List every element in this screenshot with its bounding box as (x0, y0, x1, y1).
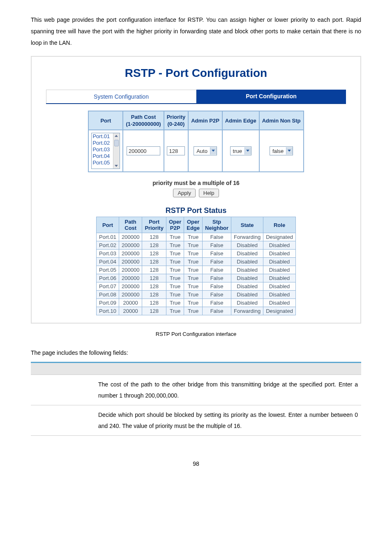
table-cell: Forwarding (231, 307, 263, 315)
status-header: OperEdge (184, 217, 203, 233)
table-cell: 128 (142, 299, 166, 307)
status-title: RSTP Port Status (42, 206, 350, 215)
table-cell: True (184, 241, 203, 250)
path-cost-input[interactable] (127, 146, 160, 155)
table-cell: Disabled (263, 274, 296, 282)
figure-caption: RSTP Port Configuration interface (31, 331, 361, 337)
admin-p2p-select[interactable]: Auto (194, 146, 217, 155)
table-row: Port.02200000128TrueTrueFalseDisabledDis… (97, 241, 296, 250)
table-cell: Port.03 (97, 250, 119, 258)
table-cell: False (203, 241, 231, 250)
table-cell: Port.09 (97, 299, 119, 307)
table-cell: True (184, 307, 203, 315)
table-cell: 128 (142, 274, 166, 282)
port-listbox[interactable]: Port.01 Port.02 Port.03 Port.04 Port.05 (91, 133, 120, 169)
status-table: Port PathCost PortPriority OperP2P OperE… (96, 217, 296, 315)
table-cell: 200000 (119, 250, 142, 258)
status-header: StpNeighbor (203, 217, 231, 233)
status-header: OperP2P (166, 217, 184, 233)
table-cell: 200000 (119, 241, 142, 250)
config-header-port: Port (88, 111, 123, 130)
table-cell: Port.04 (97, 258, 119, 266)
table-cell: 128 (142, 291, 166, 299)
table-cell: True (166, 282, 184, 291)
table-cell: 200000 (119, 233, 142, 241)
tab-port-configuration[interactable]: Port Configuration (196, 90, 346, 103)
panel-title: RSTP - Port Configuration (42, 67, 350, 80)
tabs: System Configuration Port Configuration (46, 90, 346, 104)
table-cell: True (184, 233, 203, 241)
table-row: Port.07200000128TrueTrueFalseDisabledDis… (97, 282, 296, 291)
table-cell: False (203, 250, 231, 258)
table-cell: True (184, 282, 203, 291)
table-cell: True (166, 299, 184, 307)
table-cell: Disabled (263, 258, 296, 266)
admin-non-stp-select[interactable]: false (270, 146, 293, 155)
table-cell: Disabled (263, 291, 296, 299)
table-cell: 128 (142, 241, 166, 250)
table-cell: Disabled (231, 258, 263, 266)
table-cell: 128 (142, 266, 166, 274)
config-header-path-cost-label: Path Cost (131, 114, 156, 120)
table-row: Port.01200000128TrueTrueFalseForwardingD… (97, 233, 296, 241)
help-button[interactable]: Help (199, 189, 219, 197)
table-cell: Disabled (231, 282, 263, 291)
table-cell: True (184, 266, 203, 274)
table-cell: False (203, 291, 231, 299)
field-label (31, 405, 95, 436)
table-cell: Port.08 (97, 291, 119, 299)
status-header: Role (263, 217, 296, 233)
status-header: PortPriority (142, 217, 166, 233)
page-number: 98 (31, 460, 361, 467)
admin-non-stp-value: false (272, 148, 284, 154)
screenshot-panel: RSTP - Port Configuration System Configu… (31, 56, 361, 324)
admin-edge-select[interactable]: true (230, 146, 251, 155)
intro-text: This web page provides the port configur… (31, 14, 361, 49)
table-cell: 20000 (119, 299, 142, 307)
table-cell: Disabled (263, 266, 296, 274)
table-cell: True (184, 250, 203, 258)
table-row: Port.03200000128TrueTrueFalseDisabledDis… (97, 250, 296, 258)
field-label (31, 375, 95, 405)
table-cell: True (184, 299, 203, 307)
table-cell: Port.07 (97, 282, 119, 291)
table-cell: Disabled (263, 241, 296, 250)
table-cell: True (166, 241, 184, 250)
config-header-admin-edge: Admin Edge (222, 111, 259, 130)
table-cell: True (166, 250, 184, 258)
table-row: Port.1020000128TrueTrueFalseForwardingDe… (97, 307, 296, 315)
table-cell: True (184, 274, 203, 282)
table-cell: Port.02 (97, 241, 119, 250)
table-cell: False (203, 299, 231, 307)
apply-button[interactable]: Apply (173, 189, 196, 197)
table-row: Port.04200000128TrueTrueFalseDisabledDis… (97, 258, 296, 266)
table-row: Port.0920000128TrueTrueFalseDisabledDisa… (97, 299, 296, 307)
table-cell: Disabled (263, 299, 296, 307)
table-cell: Disabled (231, 241, 263, 250)
table-row: Port.06200000128TrueTrueFalseDisabledDis… (97, 274, 296, 282)
table-cell: 128 (142, 282, 166, 291)
table-cell: Disabled (231, 274, 263, 282)
status-header: Port (97, 217, 119, 233)
config-header-admin-p2p: Admin P2P (188, 111, 222, 130)
table-cell: 200000 (119, 266, 142, 274)
priority-input[interactable] (167, 146, 185, 155)
port-list-scrollbar[interactable] (113, 133, 120, 169)
table-cell: 200000 (119, 258, 142, 266)
table-cell: Disabled (263, 282, 296, 291)
status-header: PathCost (119, 217, 142, 233)
table-cell: False (203, 282, 231, 291)
table-cell: Port.06 (97, 274, 119, 282)
table-cell: False (203, 233, 231, 241)
fields-header-object (31, 363, 95, 375)
table-cell: Forwarding (231, 233, 263, 241)
config-header-priority: Priority (0-240) (164, 111, 189, 130)
field-description: Decide which port should be blocked by s… (95, 405, 361, 436)
table-cell: 200000 (119, 274, 142, 282)
table-cell: True (166, 274, 184, 282)
config-table: Port Path Cost (1-200000000) Priority (0… (88, 111, 304, 172)
tab-system-configuration[interactable]: System Configuration (46, 90, 196, 103)
table-cell: 128 (142, 233, 166, 241)
config-header-priority-label: Priority (167, 114, 186, 120)
table-cell: True (184, 258, 203, 266)
